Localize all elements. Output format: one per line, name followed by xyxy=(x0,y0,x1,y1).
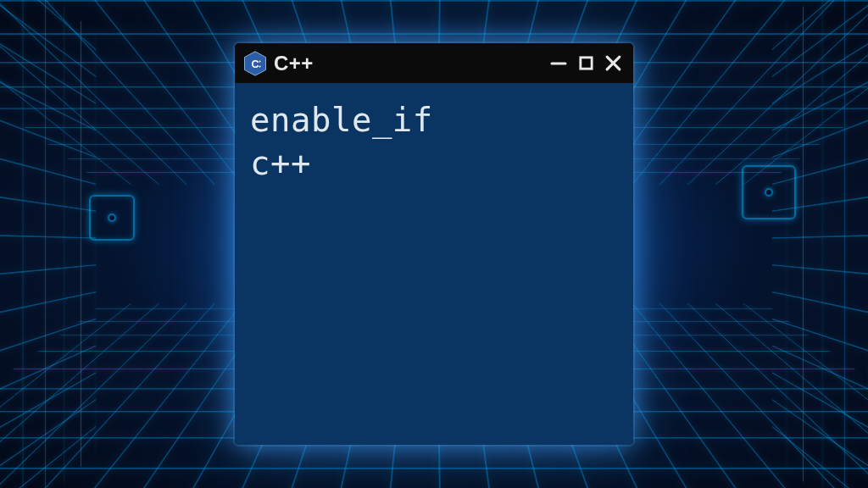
svg-rect-5 xyxy=(580,58,591,69)
svg-text:+: + xyxy=(259,64,261,69)
window-controls xyxy=(548,53,623,74)
code-line-1: enable_if xyxy=(250,98,618,141)
close-button[interactable] xyxy=(603,53,623,74)
content-area: enable_if c++ xyxy=(235,83,633,445)
svg-text:C: C xyxy=(251,58,259,70)
titlebar[interactable]: C + + C++ xyxy=(235,43,633,83)
minimize-button[interactable] xyxy=(548,53,569,74)
window-title: C++ xyxy=(274,52,542,75)
cpp-logo-icon: C + + xyxy=(243,51,267,76)
code-line-2: c++ xyxy=(250,141,618,185)
terminal-window: C + + C++ enable_if c++ xyxy=(235,43,633,445)
maximize-button[interactable] xyxy=(576,53,596,74)
